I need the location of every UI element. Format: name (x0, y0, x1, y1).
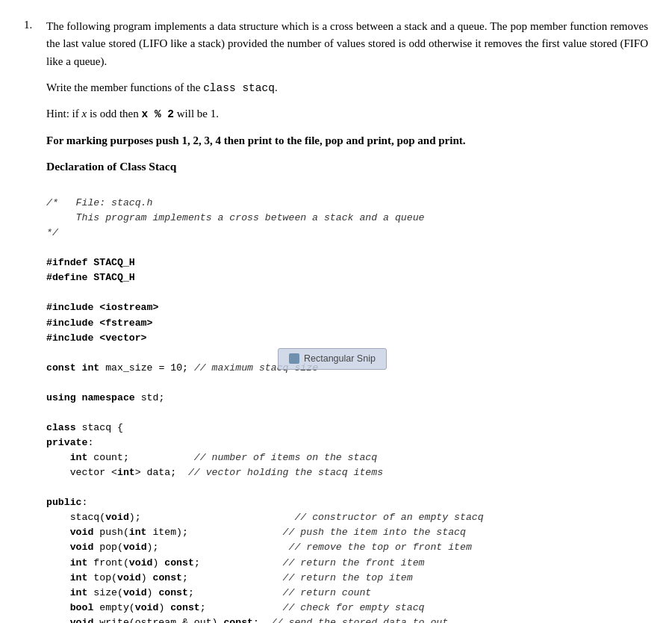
code-block: /* File: stacq.h This program implements… (46, 181, 648, 623)
hint-line: Hint: if x is odd then x % 2 will be 1. (46, 105, 648, 123)
method-write: void write(ostream & out) const; // send… (46, 617, 448, 623)
private-label: private: (46, 437, 93, 448)
hint-code: x % 2 (142, 108, 175, 120)
class-open: class stacq { (46, 422, 123, 433)
method-size: int size(void) const; // return count (46, 587, 371, 598)
method-empty: bool empty(void) const; // check for emp… (46, 602, 425, 613)
question-number-label: 1. (24, 18, 40, 623)
using-line: using namespace std; (46, 392, 164, 403)
question-container: 1. The following program implements a da… (24, 18, 648, 623)
paragraph-2: Write the member functions of the class … (46, 79, 648, 96)
marking-instruction: For marking purposes push 1, 2, 3, 4 the… (46, 132, 648, 149)
const-line: const int max_size = 10; // maximum stac… (46, 362, 318, 374)
public-label: public: (46, 497, 87, 508)
include3: #include <vector> (46, 332, 147, 344)
comment-block: /* File: stacq.h This program implements… (46, 197, 424, 238)
method-pop: void pop(void); // remove the top or fro… (46, 542, 472, 553)
method-push: void push(int item); // push the item in… (46, 527, 466, 538)
method-front: int front(void) const; // return the fro… (46, 557, 425, 568)
member-data: vector <int> data; // vector holding the… (46, 467, 383, 478)
method-constructor: stacq(void); // constructor of an empty … (46, 512, 484, 523)
define-line: #define STACQ_H (46, 272, 135, 283)
include1: #include <iostream> (46, 302, 158, 313)
question-body: The following program implements a data … (46, 18, 648, 623)
include2: #include <fstream> (46, 317, 152, 329)
ifndef-line: #ifndef STACQ_H (46, 257, 135, 268)
method-top: int top(void) const; // return the top i… (46, 572, 413, 583)
section-heading: Declaration of Class Stacq (46, 160, 648, 173)
paragraph-1: The following program implements a data … (46, 18, 648, 70)
member-count: int count; // number of items on the sta… (46, 452, 377, 463)
class-name-inline: class stacq (203, 82, 275, 94)
